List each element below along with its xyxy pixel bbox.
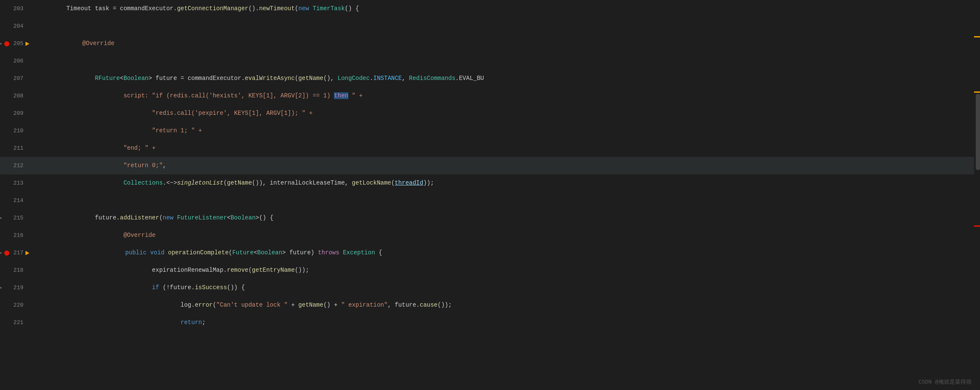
line-content-217: public void operationComplete(Future<Boo… <box>31 244 382 262</box>
line-212: 212 "return 0;", <box>0 157 980 174</box>
line-number-212: 212 <box>11 162 23 169</box>
execution-arrow-217 <box>25 251 29 255</box>
scrollbar-marker-3 <box>974 225 980 227</box>
line-content-208: script: "if (redis.call('hexists', KEYS[… <box>29 87 363 105</box>
scrollbar-marker <box>974 36 980 37</box>
line-number-213: 213 <box>11 180 23 186</box>
gutter-cell-208: 208 <box>0 93 25 99</box>
line-number-207: 207 <box>11 75 23 82</box>
breakpoint-icon-217[interactable] <box>4 251 9 256</box>
gutter-cell-204: 204 <box>0 23 25 29</box>
line-207: 207 RFuture<Boolean> future = commandExe… <box>0 70 980 87</box>
watermark: CSDN @俺就是菜得很 <box>918 378 972 386</box>
line-number-218: 218 <box>11 267 23 273</box>
line-210: 210 "return 1; " + <box>0 122 980 139</box>
line-content-211: "end; " + <box>29 139 155 157</box>
line-content-212: "return 0;", <box>29 157 166 174</box>
gutter-cell-218: 218 <box>0 267 25 273</box>
gutter-cell-203: 203 <box>0 6 25 12</box>
line-number-209: 209 <box>11 110 23 117</box>
line-214: 214 <box>0 192 980 209</box>
scrollbar-marker-2 <box>974 91 980 93</box>
line-211: 211 "end; " + <box>0 139 980 157</box>
line-number-215: 215 <box>11 215 23 221</box>
fold-icon-219[interactable]: ▾ <box>0 285 3 290</box>
execution-arrow-205 <box>25 42 29 46</box>
line-204: 204 <box>0 17 980 35</box>
line-content-215: future.addListener(new FutureListener<Bo… <box>29 209 274 227</box>
line-number-214: 214 <box>11 197 23 204</box>
gutter-cell-219: ▾219 <box>0 285 25 291</box>
line-number-204: 204 <box>11 23 23 29</box>
line-number-206: 206 <box>11 58 23 64</box>
highlight-then: then <box>334 92 348 99</box>
line-209: 209 "redis.call('pexpire', KEYS[1], ARGV… <box>0 105 980 122</box>
gutter-cell-206: 206 <box>0 58 25 64</box>
line-number-220: 220 <box>11 302 23 308</box>
line-content-205: @Override <box>31 35 114 52</box>
line-208: 208 script: "if (redis.call('hexists', K… <box>0 87 980 105</box>
line-203: 203 Timeout task = commandExecutor.getCo… <box>0 0 980 17</box>
editor-container: 203 Timeout task = commandExecutor.getCo… <box>0 0 980 390</box>
gutter-cell-207: 207 <box>0 75 25 82</box>
line-number-216: 216 <box>11 232 23 239</box>
gutter-cell-214: 214 <box>0 197 25 204</box>
scrollbar-right[interactable] <box>974 0 980 390</box>
line-number-205: 205 <box>11 40 23 47</box>
line-206: 206 <box>0 52 980 70</box>
line-number-217: 217 <box>11 250 23 256</box>
line-219: ▾219 if (!future.isSuccess()) { <box>0 279 980 296</box>
line-content-220: log.error("Can't update lock " + getName… <box>29 296 452 314</box>
line-213: 213 Collections.<~>singletonList(getName… <box>0 174 980 192</box>
line-content-213: Collections.<~>singletonList(getName()),… <box>29 174 434 192</box>
code-lines: 203 Timeout task = commandExecutor.getCo… <box>0 0 980 390</box>
gutter-cell-213: 213 <box>0 180 25 186</box>
line-content-218: expirationRenewalMap.remove(getEntryName… <box>29 262 309 279</box>
gutter-cell-210: 210 <box>0 128 25 134</box>
line-content-221: return; <box>29 314 206 331</box>
line-content-210: "return 1; " + <box>29 122 202 139</box>
breakpoint-icon-205[interactable] <box>4 41 9 46</box>
line-218: 218 expirationRenewalMap.remove(getEntry… <box>0 262 980 279</box>
gutter-cell-211: 211 <box>0 145 25 151</box>
gutter-cell-221: 221 <box>0 319 25 326</box>
line-217: ▾217 public void operationComplete(Futur… <box>0 244 980 262</box>
line-content-209: "redis.call('pexpire', KEYS[1], ARGV[1])… <box>29 105 313 122</box>
line-number-219: 219 <box>11 285 23 291</box>
line-number-208: 208 <box>11 93 23 99</box>
fold-icon-215[interactable]: ▾ <box>0 216 3 221</box>
line-content-219: if (!future.isSuccess()) { <box>29 279 245 296</box>
fold-icon-205[interactable]: ▾ <box>0 41 3 46</box>
line-215: ▾215 future.addListener(new FutureListen… <box>0 209 980 227</box>
gutter-cell-217: ▾217 <box>0 250 25 256</box>
gutter-cell-209: 209 <box>0 110 25 117</box>
gutter-cell-205: ▾205 <box>0 40 25 47</box>
line-220: 220 log.error("Can't update lock " + get… <box>0 296 980 314</box>
scrollbar-thumb[interactable] <box>976 94 980 170</box>
line-number-221: 221 <box>11 319 23 326</box>
line-216: 216 @Override <box>0 227 980 244</box>
line-205: ▾205 @Override <box>0 35 980 52</box>
gutter-cell-215: ▾215 <box>0 215 25 221</box>
line-number-211: 211 <box>11 145 23 151</box>
line-content-207: RFuture<Boolean> future = commandExecuto… <box>29 70 484 87</box>
line-number-203: 203 <box>11 6 23 12</box>
fold-icon-217[interactable]: ▾ <box>0 251 3 256</box>
line-content-216: @Override <box>29 227 155 244</box>
line-number-210: 210 <box>11 128 23 134</box>
gutter-cell-212: 212 <box>0 162 25 169</box>
gutter-cell-216: 216 <box>0 232 25 239</box>
gutter-cell-220: 220 <box>0 302 25 308</box>
line-221: 221 return; <box>0 314 980 331</box>
line-content-203: Timeout task = commandExecutor.getConnec… <box>29 0 359 17</box>
